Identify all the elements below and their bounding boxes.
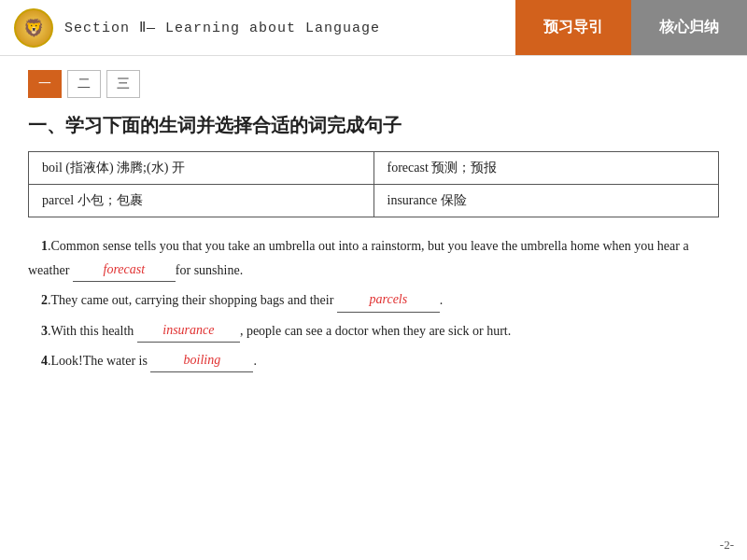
vocab-cell-1-2: forecast 预测；预报 [374,152,719,185]
main-content: 一 二 三 一、学习下面的生词并选择合适的词完成句子 boil (指液体) 沸腾… [0,56,747,392]
ex-text-before-4: .Look!The water is [48,354,148,368]
tab-1[interactable]: 一 [28,70,62,98]
logo-area: 🦁 Section Ⅱ— Learning about Language [0,8,515,48]
ex-blank-2: parcels [337,287,440,312]
header-nav: 预习导引 核心归纳 [515,0,747,55]
ex-text-after-1: for sunshine. [176,263,243,277]
vocab-cell-2-1: parcel 小包；包裹 [29,185,374,217]
ex-num-1: 1 [41,239,48,253]
page-header: 🦁 Section Ⅱ— Learning about Language 预习导… [0,0,747,56]
vocab-cell-1-1: boil (指液体) 沸腾;(水) 开 [29,152,374,185]
tab-row: 一 二 三 [28,70,719,98]
ex-num-3: 3 [41,324,48,338]
logo-icon: 🦁 [14,8,53,48]
table-row: boil (指液体) 沸腾;(水) 开 forecast 预测；预报 [29,152,719,185]
nav-btn-preview[interactable]: 预习导引 [515,0,631,55]
exercises: 1.Common sense tells you that you take a… [28,234,719,372]
ex-text-before-3: .With this health [48,324,134,338]
vocab-table: boil (指液体) 沸腾;(水) 开 forecast 预测；预报 parce… [28,151,719,217]
table-row: parcel 小包；包裹 insurance 保险 [29,185,719,217]
section-heading: 一、学习下面的生词并选择合适的词完成句子 [28,113,719,138]
ex-num-2: 2 [41,293,48,307]
ex-blank-4: boiling [150,348,253,372]
ex-text-before-2: .They came out, carrying their shopping … [48,293,333,307]
ex-text-after-2: . [440,293,444,307]
exercise-3: 3.With this health insurance, people can… [28,318,719,343]
header-title: Section Ⅱ— Learning about Language [64,19,380,36]
exercise-2: 2.They came out, carrying their shopping… [28,287,719,312]
page-number: -2- [720,538,734,553]
nav-btn-summary[interactable]: 核心归纳 [631,0,747,55]
ex-text-after-4: . [253,354,257,368]
exercise-4: 4.Look!The water is boiling. [28,348,719,372]
tab-2[interactable]: 二 [67,70,101,98]
ex-text-after-3: , people can see a doctor when they are … [240,324,511,338]
exercise-1: 1.Common sense tells you that you take a… [28,234,719,282]
ex-num-4: 4 [41,354,48,368]
vocab-cell-2-2: insurance 保险 [374,185,719,217]
tab-3[interactable]: 三 [106,70,140,98]
ex-blank-3: insurance [137,318,240,343]
ex-blank-1: forecast [73,258,176,282]
